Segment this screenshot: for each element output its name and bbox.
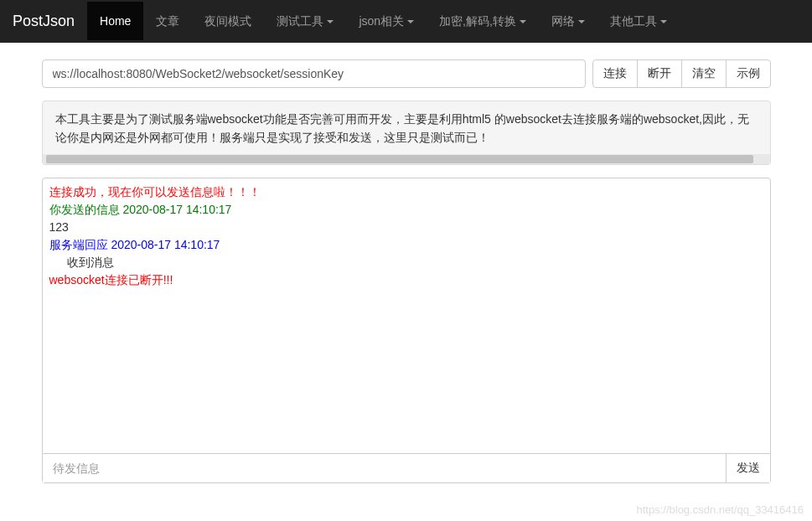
nav-link-label: 加密,解码,转换 <box>439 14 516 29</box>
nav-link-json相关[interactable]: json相关 <box>346 2 427 42</box>
nav-link-加密,解码,转换[interactable]: 加密,解码,转换 <box>427 2 539 42</box>
url-row: 连接 断开 清空 示例 <box>42 59 771 88</box>
top-navbar: PostJson Home文章夜间模式测试工具json相关加密,解码,转换网络其… <box>0 0 812 43</box>
log-line-1: 你发送的信息 2020-08-17 14:10:17 <box>49 201 763 219</box>
nav-item-5: 加密,解码,转换 <box>427 2 539 42</box>
log-line-4: 收到消息 <box>49 254 763 271</box>
scrollbar-thumb[interactable] <box>46 155 753 163</box>
main-container: 连接 断开 清空 示例 本工具主要是为了测试服务端websocket功能是否完善… <box>29 43 784 500</box>
nav-link-home[interactable]: Home <box>87 2 143 40</box>
info-panel: 本工具主要是为了测试服务端websocket功能是否完善可用而开发，主要是利用h… <box>42 101 771 165</box>
nav-link-label: json相关 <box>359 14 404 29</box>
info-text: 本工具主要是为了测试服务端websocket功能是否完善可用而开发，主要是利用h… <box>55 110 758 147</box>
nav-item-0: Home <box>87 2 143 42</box>
nav-item-4: json相关 <box>346 2 427 42</box>
disconnect-button[interactable]: 断开 <box>637 59 682 88</box>
caret-down-icon <box>407 20 414 23</box>
caret-down-icon <box>578 20 585 23</box>
log-line-3: 服务端回应 2020-08-17 14:10:17 <box>49 236 763 254</box>
caret-down-icon <box>660 20 667 23</box>
caret-down-icon <box>520 20 526 23</box>
nav-item-2: 夜间模式 <box>192 2 264 42</box>
connect-button[interactable]: 连接 <box>592 59 638 88</box>
nav-item-1: 文章 <box>143 2 192 42</box>
action-button-group: 连接 断开 清空 示例 <box>592 59 771 88</box>
nav-link-label: 文章 <box>156 14 179 29</box>
nav-link-测试工具[interactable]: 测试工具 <box>264 2 346 42</box>
log-line-0: 连接成功，现在你可以发送信息啦！！！ <box>49 183 763 201</box>
nav-list: Home文章夜间模式测试工具json相关加密,解码,转换网络其他工具 <box>87 2 680 42</box>
info-scrollbar[interactable] <box>43 154 770 164</box>
log-panel: 连接成功，现在你可以发送信息啦！！！你发送的信息 2020-08-17 14:1… <box>42 178 771 454</box>
log-line-2: 123 <box>49 219 763 236</box>
nav-link-label: Home <box>100 14 131 28</box>
nav-link-label: 网络 <box>551 14 575 29</box>
nav-link-网络[interactable]: 网络 <box>539 2 597 42</box>
example-button[interactable]: 示例 <box>726 59 771 88</box>
clear-button[interactable]: 清空 <box>681 59 727 88</box>
send-button[interactable]: 发送 <box>726 454 770 482</box>
nav-item-3: 测试工具 <box>264 2 346 42</box>
nav-link-其他工具[interactable]: 其他工具 <box>597 2 680 42</box>
message-input[interactable] <box>43 454 726 482</box>
websocket-url-input[interactable] <box>42 59 586 88</box>
nav-item-7: 其他工具 <box>597 2 680 42</box>
nav-link-夜间模式[interactable]: 夜间模式 <box>192 2 264 42</box>
nav-link-label: 测试工具 <box>277 14 323 29</box>
nav-item-6: 网络 <box>539 2 597 42</box>
caret-down-icon <box>327 20 334 23</box>
brand-logo[interactable]: PostJson <box>13 0 87 43</box>
log-line-5: websocket连接已断开!!! <box>49 271 763 289</box>
nav-link-label: 其他工具 <box>610 14 657 29</box>
nav-link-label: 夜间模式 <box>204 14 251 29</box>
nav-link-文章[interactable]: 文章 <box>143 2 192 42</box>
send-row: 发送 <box>42 454 771 483</box>
